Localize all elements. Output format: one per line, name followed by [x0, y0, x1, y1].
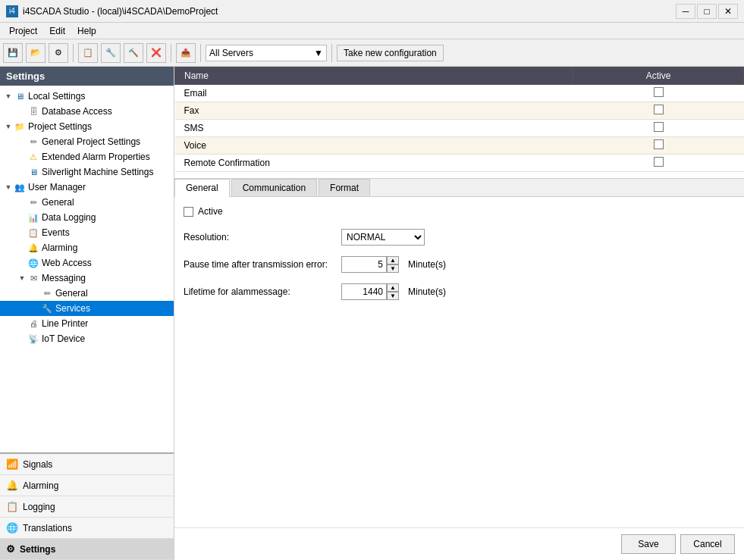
- sidebar-item-label: Data Logging: [42, 212, 96, 223]
- nav-label: Translations: [23, 523, 72, 533]
- sidebar-item-services[interactable]: 🔧 Services: [0, 301, 174, 316]
- sidebar-item-general[interactable]: ✏ General: [0, 195, 174, 210]
- toolbar-btn-2[interactable]: 📂: [26, 43, 46, 63]
- close-button[interactable]: ✕: [718, 4, 738, 19]
- nav-item-settings[interactable]: ⚙ Settings: [0, 539, 174, 560]
- sidebar-item-iot-device[interactable]: 📡 IoT Device: [0, 331, 174, 346]
- sidebar-item-label: Events: [42, 227, 70, 238]
- toolbar-separator-4: [331, 44, 332, 62]
- expander-icon: [17, 242, 27, 253]
- window-title: i4SCADA Studio - (local)\i4SCADA\DemoPro…: [23, 6, 218, 17]
- toolbar-btn-4[interactable]: 📋: [78, 43, 98, 63]
- lifetime-label: Lifetime for alammessage:: [184, 286, 335, 297]
- pause-increment[interactable]: ▲: [387, 256, 399, 264]
- table-row[interactable]: SMS: [175, 120, 744, 137]
- table-row[interactable]: Remote Confirmation: [175, 155, 744, 172]
- expander-icon: [17, 167, 27, 177]
- expander-icon: ▼: [3, 91, 14, 102]
- toolbar-btn-5[interactable]: 🔧: [101, 43, 121, 63]
- toolbar-btn-3[interactable]: ⚙: [49, 43, 68, 63]
- resolution-select[interactable]: NORMAL HIGH LOW: [341, 229, 425, 246]
- pause-decrement[interactable]: ▼: [387, 264, 399, 273]
- expander-icon: [30, 288, 41, 299]
- sidebar-item-general-project[interactable]: ✏ General Project Settings: [0, 134, 174, 149]
- active-checkbox[interactable]: [184, 207, 193, 217]
- sidebar-item-database-access[interactable]: 🗄 Database Access: [0, 104, 174, 119]
- events-icon: 📋: [27, 227, 39, 239]
- edit-icon: ✏: [27, 136, 39, 148]
- sidebar-item-data-logging[interactable]: 📊 Data Logging: [0, 210, 174, 225]
- lifetime-decrement[interactable]: ▼: [387, 292, 399, 300]
- translations-icon: 🌐: [6, 522, 18, 533]
- service-checkbox[interactable]: [654, 139, 664, 149]
- save-button[interactable]: Save: [621, 534, 676, 554]
- sidebar-item-web-access[interactable]: 🌐 Web Access: [0, 255, 174, 271]
- toolbar-btn-8[interactable]: 📤: [176, 43, 196, 63]
- service-name: Fax: [175, 102, 573, 120]
- nav-item-alarming[interactable]: 🔔 Alarming: [0, 475, 174, 496]
- sidebar-item-label: IoT Device: [42, 333, 85, 344]
- services-table: Name Active Email Fax SMS Voice Remote C…: [174, 67, 744, 172]
- expander-icon: [17, 197, 27, 208]
- service-active: [573, 155, 744, 172]
- expander-icon: [17, 258, 27, 268]
- project-icon: 📁: [14, 120, 26, 133]
- sidebar-item-user-manager[interactable]: ▼ 👥 User Manager: [0, 180, 174, 195]
- service-name: Voice: [175, 137, 573, 155]
- service-checkbox[interactable]: [654, 122, 664, 132]
- service-checkbox[interactable]: [654, 157, 664, 167]
- menu-bar: Project Edit Help: [0, 23, 744, 39]
- service-checkbox[interactable]: [654, 87, 664, 97]
- cancel-button[interactable]: Cancel: [680, 534, 735, 554]
- sidebar-item-extended-alarm[interactable]: ⚠ Extended Alarm Properties: [0, 149, 174, 164]
- lifetime-input[interactable]: [341, 283, 387, 300]
- expander-icon: [17, 152, 27, 162]
- table-row[interactable]: Voice: [175, 137, 744, 155]
- alarm-nav-icon: 🔔: [6, 480, 18, 491]
- users-icon: 👥: [14, 181, 26, 193]
- sidebar-nav: 📶 Signals 🔔 Alarming 📋 Logging 🌐 Transla…: [0, 452, 174, 560]
- sidebar-item-msg-general[interactable]: ✏ General: [0, 286, 174, 301]
- pause-input[interactable]: [341, 256, 387, 273]
- expander-icon: [17, 136, 27, 147]
- toolbar-btn-6[interactable]: 🔨: [124, 43, 143, 63]
- nav-item-signals[interactable]: 📶 Signals: [0, 454, 174, 475]
- maximize-button[interactable]: □: [697, 4, 717, 19]
- sidebar-item-events[interactable]: 📋 Events: [0, 225, 174, 240]
- sidebar-item-alarming[interactable]: 🔔 Alarming: [0, 240, 174, 255]
- table-row[interactable]: Email: [175, 85, 744, 102]
- tab-general[interactable]: General: [174, 179, 230, 197]
- tab-communication[interactable]: Communication: [231, 179, 317, 196]
- toolbar-separator-2: [171, 44, 171, 62]
- service-checkbox[interactable]: [654, 105, 664, 114]
- table-row[interactable]: Fax: [175, 102, 744, 120]
- sidebar-item-line-printer[interactable]: 🖨 Line Printer: [0, 316, 174, 331]
- menu-edit[interactable]: Edit: [43, 24, 71, 38]
- config-button[interactable]: Take new configuration: [337, 45, 444, 61]
- sidebar-item-local-settings[interactable]: ▼ 🖥 Local Settings: [0, 89, 174, 104]
- expander-icon: [17, 227, 27, 238]
- sidebar-item-messaging[interactable]: ▼ ✉ Messaging: [0, 271, 174, 286]
- toolbar-btn-7[interactable]: ❌: [146, 43, 166, 63]
- window-controls: ─ □ ✕: [676, 4, 738, 19]
- sidebar-item-label: General: [42, 197, 74, 208]
- nav-item-translations[interactable]: 🌐 Translations: [0, 518, 174, 539]
- sidebar-item-silverlight[interactable]: 🖥 Silverlight Machine Settings: [0, 164, 174, 180]
- expander-icon: [30, 303, 41, 314]
- sidebar-item-label: Messaging: [42, 273, 86, 283]
- minimize-button[interactable]: ─: [676, 4, 695, 19]
- nav-item-logging[interactable]: 📋 Logging: [0, 496, 174, 518]
- toolbar-btn-1[interactable]: 💾: [3, 43, 23, 63]
- expander-icon: ▼: [3, 121, 14, 132]
- menu-project[interactable]: Project: [3, 24, 43, 38]
- tab-format[interactable]: Format: [319, 179, 370, 196]
- sidebar-item-project-settings[interactable]: ▼ 📁 Project Settings: [0, 119, 174, 134]
- toolbar-separator-3: [200, 44, 201, 62]
- lifetime-increment[interactable]: ▲: [387, 283, 399, 292]
- sidebar-item-label: Extended Alarm Properties: [42, 152, 150, 162]
- tab-content-general: Active Resolution: NORMAL HIGH LOW Pause…: [174, 196, 744, 527]
- tab-bar: General Communication Format: [174, 178, 744, 196]
- expander-icon: ▼: [17, 273, 27, 283]
- server-select[interactable]: All Servers ▼: [206, 45, 327, 61]
- menu-help[interactable]: Help: [71, 24, 102, 38]
